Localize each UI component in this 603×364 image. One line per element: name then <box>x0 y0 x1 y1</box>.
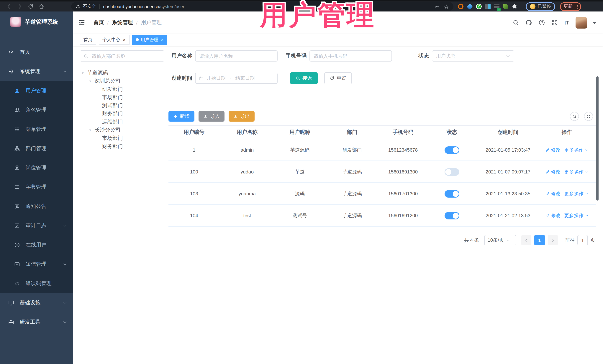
sidebar-item-dict[interactable]: 字典管理 <box>0 177 73 197</box>
sidebar-item-notice[interactable]: 通知公告 <box>0 197 73 216</box>
status-toggle[interactable] <box>445 146 459 154</box>
tree-node[interactable]: 运维部门 <box>80 118 164 126</box>
sidebar-item-role[interactable]: 角色管理 <box>0 100 73 120</box>
sidebar-item-infra[interactable]: 基础设施 <box>0 293 73 312</box>
password-key-icon[interactable] <box>434 4 439 9</box>
extension-leaf-icon[interactable] <box>503 4 508 9</box>
page-url[interactable]: dashboard.yudao.iocoder.cn/system/user <box>103 4 185 9</box>
created-time-cell: 2021-01-13 23:50:35 <box>477 191 539 197</box>
app-logo[interactable]: 芋道管理系统 <box>0 11 73 32</box>
sidebar-item-audit-log[interactable]: 审计日志 <box>0 216 73 235</box>
edit-link[interactable]: 修改 <box>545 147 560 153</box>
search-button[interactable]: 搜索 <box>290 72 318 84</box>
mobile-label: 手机号码 <box>283 53 306 59</box>
refresh-table-button[interactable] <box>584 112 593 121</box>
user-avatar[interactable] <box>576 17 587 28</box>
mobile-input[interactable] <box>310 50 392 62</box>
infra-icon <box>8 300 14 306</box>
tree-expand-caret-icon[interactable]: ▼ <box>89 128 95 132</box>
sidebar-item-error-code[interactable]: 错误码管理 <box>0 274 73 293</box>
tab-profile[interactable]: 个人中心× <box>99 35 129 45</box>
dept-search-input[interactable] <box>91 53 161 59</box>
bookmark-star-icon[interactable] <box>444 4 449 9</box>
toggle-search-button[interactable] <box>570 112 579 121</box>
security-label[interactable]: 不安全 <box>83 3 96 10</box>
extension-blue-gem-icon[interactable] <box>467 3 473 10</box>
tree-node[interactable]: 财务部门 <box>80 142 164 151</box>
home-icon[interactable] <box>39 4 44 9</box>
sidebar-item-sms[interactable]: 短信管理 <box>0 255 73 274</box>
goto-page-input[interactable] <box>577 235 588 245</box>
help-icon[interactable] <box>538 19 545 26</box>
browser-update-button[interactable]: 更新 ⋮ <box>560 2 581 11</box>
github-icon[interactable] <box>525 19 532 26</box>
profile-paused-pill[interactable]: 已暂停 <box>526 2 555 11</box>
sidebar-menu: 首页系统管理用户管理角色管理菜单管理部门管理岗位管理字典管理通知公告审计日志在线… <box>0 32 73 364</box>
page-size-select[interactable]: 10条/页 <box>484 235 516 245</box>
breadcrumb-system[interactable]: 系统管理 <box>112 19 133 26</box>
tree-expand-caret-icon[interactable]: ▼ <box>89 79 95 83</box>
fullscreen-icon[interactable] <box>551 19 558 26</box>
extension-list-icon[interactable]: on <box>494 4 499 9</box>
sidebar-item-online-user[interactable]: 在线用户 <box>0 235 73 255</box>
tree-expand-caret-icon[interactable]: ▼ <box>81 71 87 75</box>
more-actions-link[interactable]: 更多操作 <box>564 190 589 197</box>
tree-node[interactable]: ▼长沙分公司 <box>80 126 164 134</box>
forward-icon[interactable] <box>17 4 23 9</box>
extensions-puzzle-icon[interactable] <box>512 3 518 10</box>
edit-link[interactable]: 修改 <box>545 168 560 175</box>
status-toggle[interactable] <box>445 212 459 219</box>
tree-node[interactable]: 市场部门 <box>80 134 164 142</box>
tree-node[interactable]: 研发部门 <box>80 85 164 93</box>
sidebar-item-dept[interactable]: 部门管理 <box>0 139 73 158</box>
next-page-button[interactable] <box>548 235 558 245</box>
extension-grid-icon[interactable] <box>485 4 491 9</box>
username-input[interactable] <box>195 50 278 62</box>
tree-node[interactable]: 财务部门 <box>80 110 164 118</box>
status-select[interactable]: 用户状态 <box>432 50 514 62</box>
sidebar-item-devtools[interactable]: 研发工具 <box>0 312 73 332</box>
prev-page-button[interactable] <box>521 235 531 245</box>
page-number-1[interactable]: 1 <box>534 235 545 245</box>
sidebar-item-home[interactable]: 首页 <box>0 43 73 62</box>
sidebar-item-user[interactable]: 用户管理 <box>0 81 73 100</box>
font-size-icon[interactable]: tT <box>564 20 569 26</box>
sidebar-item-post[interactable]: 岗位管理 <box>0 158 73 177</box>
search-button-label: 搜索 <box>302 75 312 82</box>
status-toggle[interactable] <box>445 168 459 176</box>
edit-link-label: 修改 <box>551 212 560 219</box>
extension-green-icon[interactable]: Y <box>476 4 482 9</box>
more-actions-link[interactable]: 更多操作 <box>564 168 589 175</box>
more-actions-link[interactable]: 更多操作 <box>564 147 589 153</box>
tab-home[interactable]: 首页 <box>80 35 96 45</box>
export-button[interactable]: 导出 <box>229 111 255 121</box>
scrollbar-thumb[interactable] <box>596 76 599 200</box>
org-tree-icon <box>14 146 20 152</box>
sidebar-collapse-icon[interactable] <box>78 19 85 26</box>
date-range-picker[interactable]: 开始日期 - 结束日期 <box>195 73 278 84</box>
import-button[interactable]: 导入 <box>198 111 224 121</box>
close-icon[interactable]: × <box>161 37 164 42</box>
breadcrumb-home[interactable]: 首页 <box>93 19 104 26</box>
tab-user-manage[interactable]: 用户管理× <box>132 35 167 45</box>
back-icon[interactable] <box>6 4 12 9</box>
browser-menu-kebab-icon[interactable]: ⋮ <box>575 5 577 8</box>
reload-icon[interactable] <box>28 4 33 9</box>
close-icon[interactable]: × <box>123 37 126 42</box>
tree-node[interactable]: ▼深圳总公司 <box>80 77 164 85</box>
avatar-caret-down-icon[interactable] <box>591 19 598 26</box>
edit-link[interactable]: 修改 <box>545 212 560 219</box>
edit-link[interactable]: 修改 <box>545 190 560 197</box>
add-button[interactable]: 新增 <box>168 111 195 121</box>
browser-extensions: Y on <box>458 3 518 10</box>
reset-button[interactable]: 重置 <box>324 72 352 84</box>
search-icon[interactable] <box>512 19 519 26</box>
status-toggle[interactable] <box>445 190 459 197</box>
sidebar-item-menu[interactable]: 菜单管理 <box>0 120 73 139</box>
more-actions-link[interactable]: 更多操作 <box>564 212 589 219</box>
tree-node[interactable]: ▼芋道源码 <box>80 69 164 77</box>
tree-node[interactable]: 测试部门 <box>80 101 164 110</box>
tree-node[interactable]: 市场部门 <box>80 93 164 101</box>
extension-orange-ring-icon[interactable] <box>458 4 464 9</box>
sidebar-item-system[interactable]: 系统管理 <box>0 62 73 81</box>
